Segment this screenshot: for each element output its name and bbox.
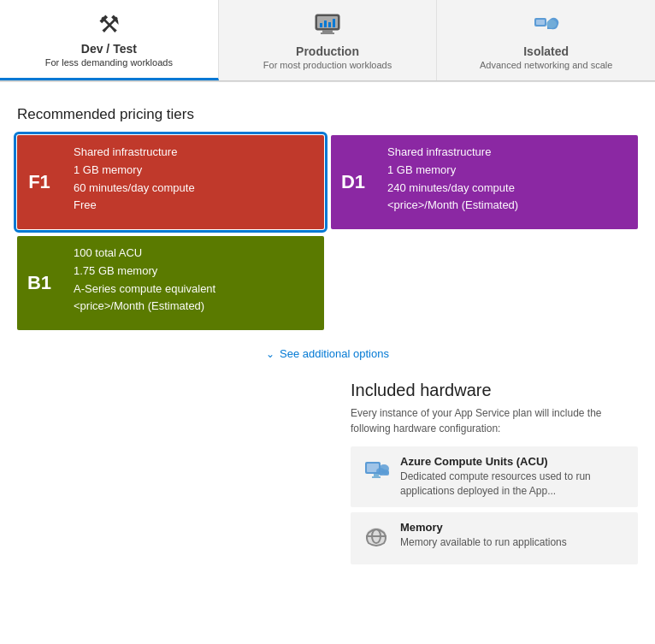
- tier-d1-line3: 240 minutes/day compute: [387, 180, 626, 198]
- acu-content: Azure Compute Units (ACU) Dedicated comp…: [400, 455, 628, 499]
- hardware-section: Included hardware Every instance of your…: [342, 381, 638, 570]
- tab-production-subtitle: For most production workloads: [263, 60, 392, 70]
- tier-f1-line1: Shared infrastructure: [74, 144, 312, 162]
- svg-rect-13: [374, 474, 379, 476]
- svg-rect-7: [333, 19, 335, 27]
- tier-d1-line4: <price>/Month (Estimated): [387, 197, 626, 215]
- hardware-description: Every instance of your App Service plan …: [351, 405, 638, 436]
- hardware-acu-card: Azure Compute Units (ACU) Dedicated comp…: [351, 446, 638, 507]
- see-more-label: See additional options: [280, 347, 389, 360]
- tab-production-title: Production: [296, 44, 359, 58]
- tab-dev-test-title: Dev / Test: [81, 42, 137, 56]
- isolated-icon: [532, 11, 561, 41]
- bottom-section: Included hardware Every instance of your…: [17, 381, 638, 570]
- svg-rect-3: [321, 32, 334, 34]
- tier-b1-line3: A-Series compute equivalent: [74, 281, 312, 298]
- svg-rect-9: [536, 20, 545, 25]
- tier-d1-line1: Shared infrastructure: [387, 144, 626, 162]
- tier-d1-card[interactable]: D1 Shared infrastructure 1 GB memory 240…: [331, 135, 638, 229]
- main-content: Recommended pricing tiers F1 Shared infr…: [0, 92, 655, 583]
- tab-production[interactable]: Production For most production workloads: [219, 0, 438, 80]
- section-title: Recommended pricing tiers: [17, 106, 638, 123]
- tier-b1-line2: 1.75 GB memory: [74, 263, 312, 281]
- memory-description: Memory available to run applications: [400, 535, 567, 550]
- tier-f1-label: F1: [17, 135, 62, 229]
- tab-isolated-subtitle: Advanced networking and scale: [480, 60, 612, 70]
- tab-bar: ⚒ Dev / Test For less demanding workload…: [0, 0, 655, 81]
- tier-f1-line4: Free: [74, 197, 312, 215]
- svg-rect-4: [320, 23, 322, 27]
- memory-content: Memory Memory available to run applicati…: [400, 521, 567, 550]
- tab-isolated-title: Isolated: [523, 44, 569, 58]
- svg-rect-18: [379, 471, 389, 476]
- tier-f1-line3: 60 minutes/day compute: [74, 180, 312, 198]
- svg-rect-5: [324, 21, 327, 27]
- see-additional-options[interactable]: ⌄ See additional options: [17, 339, 638, 369]
- tier-b1-label: B1: [17, 236, 62, 330]
- svg-rect-2: [322, 30, 333, 32]
- tier-b1-line1: 100 total ACU: [74, 245, 312, 263]
- tier-f1-line2: 1 GB memory: [74, 162, 312, 180]
- tab-dev-test-subtitle: For less demanding workloads: [45, 57, 173, 68]
- tier-b1-info: 100 total ACU 1.75 GB memory A-Series co…: [62, 236, 324, 330]
- bottom-left-spacer: [17, 381, 342, 570]
- memory-icon: [361, 523, 392, 556]
- tab-isolated[interactable]: Isolated Advanced networking and scale: [437, 0, 655, 80]
- memory-title: Memory: [400, 521, 567, 534]
- tier-d1-label: D1: [331, 135, 375, 229]
- tier-f1-info: Shared infrastructure 1 GB memory 60 min…: [62, 135, 324, 229]
- dev-test-icon: ⚒: [98, 10, 120, 38]
- tab-dev-test[interactable]: ⚒ Dev / Test For less demanding workload…: [0, 0, 219, 80]
- hardware-title: Included hardware: [351, 381, 638, 400]
- svg-point-10: [546, 20, 557, 28]
- production-icon: [314, 11, 341, 41]
- svg-rect-6: [328, 22, 331, 27]
- acu-icon: [361, 457, 392, 490]
- tiers-grid: F1 Shared infrastructure 1 GB memory 60 …: [17, 135, 638, 330]
- tier-b1-line4: <price>/Month (Estimated): [74, 298, 312, 316]
- svg-rect-14: [372, 476, 381, 478]
- tier-f1-card[interactable]: F1 Shared infrastructure 1 GB memory 60 …: [17, 135, 324, 229]
- tier-d1-line2: 1 GB memory: [387, 162, 626, 180]
- hardware-memory-card: Memory Memory available to run applicati…: [351, 512, 638, 564]
- acu-title: Azure Compute Units (ACU): [400, 455, 628, 468]
- tier-d1-info: Shared infrastructure 1 GB memory 240 mi…: [375, 135, 638, 229]
- tier-b1-card[interactable]: B1 100 total ACU 1.75 GB memory A-Series…: [17, 236, 324, 330]
- acu-description: Dedicated compute resources used to run …: [400, 470, 628, 499]
- chevron-down-icon: ⌄: [266, 348, 274, 360]
